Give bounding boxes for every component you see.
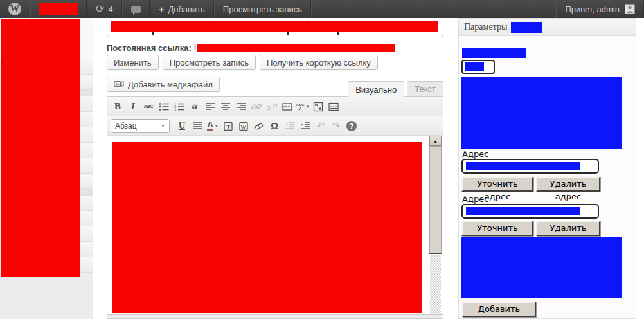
sidebar-menu-item[interactable] <box>80 112 93 127</box>
sidebar-menu-item[interactable] <box>80 242 93 257</box>
editor-content-area[interactable]: т ▲ <box>107 136 443 314</box>
text-color-icon[interactable]: A ▼ <box>206 119 220 133</box>
scrollbar-up-button[interactable]: ▲ <box>429 136 442 146</box>
redacted-post-title <box>111 21 438 32</box>
remove-format-icon[interactable] <box>252 119 266 133</box>
params-panel-header[interactable]: Параметры <box>459 19 636 36</box>
delete-address-button-2[interactable]: Удалить адрес <box>536 221 600 236</box>
paste-as-text-icon[interactable]: T <box>221 119 235 133</box>
updates-refresh-icon: ⟳ <box>96 4 104 14</box>
view-post-label: Просмотреть запись <box>223 5 302 14</box>
link-icon[interactable] <box>249 100 264 114</box>
permalink-row: Постоянная ссылка: h <box>107 42 395 53</box>
redacted-panel-title-suffix <box>511 22 542 33</box>
special-char-icon[interactable]: Ω <box>267 119 282 133</box>
justify-icon[interactable] <box>190 119 204 133</box>
tab-visual[interactable]: Визуально <box>348 81 404 97</box>
undo-icon[interactable]: ↶ <box>314 119 328 133</box>
refine-address-button-1[interactable]: Уточнить адрес <box>461 176 533 192</box>
editor-statusbar <box>107 315 443 319</box>
sidebar-menu-item[interactable] <box>80 211 93 226</box>
svg-text:W: W <box>241 124 246 130</box>
blockquote-icon[interactable]: “ <box>188 100 202 114</box>
sidebar-menu-item[interactable] <box>80 59 93 75</box>
strikethrough-icon[interactable]: ABC <box>141 100 156 114</box>
scrollbar-track[interactable] <box>430 255 441 314</box>
add-address-button[interactable]: Добавить адрес <box>462 302 536 317</box>
avatar <box>625 4 635 14</box>
outdent-icon[interactable] <box>283 119 297 133</box>
updates-menu[interactable]: ⟳ 4 <box>87 0 122 18</box>
editor-tabs: Визуально Текст <box>107 80 443 96</box>
help-icon[interactable]: ? <box>344 119 359 133</box>
edit-permalink-button[interactable]: Изменить <box>107 55 159 70</box>
delete-address-button-1[interactable]: Удалить адрес <box>536 176 600 192</box>
sidebar-menu-item[interactable] <box>80 96 93 112</box>
add-new-menu[interactable]: + Добавить <box>150 0 214 18</box>
spellcheck-icon[interactable]: ABC ✓ ▼ <box>296 100 310 114</box>
redacted-permalink-url <box>197 44 395 52</box>
sidebar-menu-item[interactable] <box>80 174 93 189</box>
address-input-2[interactable] <box>461 204 599 219</box>
italic-icon[interactable]: I <box>126 100 140 114</box>
sidebar-menu-item[interactable] <box>80 158 93 174</box>
redacted-address-value <box>466 207 580 215</box>
sidebar-menu <box>80 59 93 273</box>
redacted-site-name <box>39 3 78 15</box>
post-title-input[interactable] <box>107 19 443 37</box>
editor-toolbar-row-1: B I ABC 1 2 3 <box>107 97 443 116</box>
sidebar-menu-item[interactable] <box>80 196 93 211</box>
comments-menu[interactable] <box>122 0 150 18</box>
sidebar-menu-item[interactable] <box>80 226 93 242</box>
refine-address-button-2[interactable]: Уточнить адрес <box>461 221 533 236</box>
user-icon <box>625 5 634 14</box>
align-left-icon[interactable] <box>203 100 217 114</box>
sidebar-menu-item[interactable] <box>80 127 93 143</box>
chevron-down-icon: ▼ <box>161 123 165 128</box>
redacted-input-value <box>465 62 484 71</box>
paste-from-word-icon[interactable]: W <box>237 119 251 133</box>
bullet-list-icon[interactable] <box>157 100 171 114</box>
chevron-down-icon: ▼ <box>215 124 219 128</box>
more-tag-icon[interactable] <box>280 100 294 114</box>
spellcheck-glyph: ABC ✓ <box>296 103 305 111</box>
view-post-button[interactable]: Просмотреть запись <box>163 55 256 70</box>
wp-logo-menu[interactable]: W <box>0 0 30 18</box>
indent-icon[interactable] <box>298 119 312 133</box>
add-new-label: Добавить <box>168 5 204 14</box>
get-shortlink-button[interactable]: Получить короткую ссылку <box>260 55 378 70</box>
address-input-1[interactable] <box>461 159 599 174</box>
sidebar-menu-separator <box>80 189 93 196</box>
fullscreen-icon[interactable] <box>311 100 325 114</box>
wordpress-admin-screen: W ⟳ 4 + Добавить Просмотреть запись Прив… <box>0 0 644 319</box>
redo-icon[interactable]: ↷ <box>329 119 343 133</box>
sidebar-menu-item[interactable] <box>80 75 93 90</box>
bold-icon[interactable]: B <box>111 100 125 114</box>
site-name-menu[interactable] <box>30 0 87 18</box>
small-number-input[interactable] <box>461 60 495 74</box>
params-panel-title: Параметры <box>464 22 507 32</box>
sidebar-menu-item[interactable] <box>80 257 93 273</box>
scrollbar-thumb[interactable] <box>429 146 442 254</box>
address-label: Адрес <box>462 149 488 159</box>
plus-icon: + <box>159 4 165 15</box>
format-select[interactable]: Абзац ▼ <box>111 119 170 133</box>
underline-icon[interactable]: U <box>175 119 189 133</box>
align-right-icon[interactable] <box>234 100 248 114</box>
permalink-buttons-row: Изменить Просмотреть запись Получить кор… <box>107 55 378 70</box>
align-center-icon[interactable] <box>219 100 233 114</box>
redacted-field-label <box>462 48 526 58</box>
view-post-menu[interactable]: Просмотреть запись <box>214 0 311 18</box>
visual-editor: B I ABC 1 2 3 <box>107 96 443 315</box>
svg-text:3: 3 <box>174 107 176 111</box>
numbered-list-icon[interactable]: 1 2 3 <box>172 100 186 114</box>
unlink-icon[interactable] <box>265 100 279 114</box>
address-label: Адрес <box>462 194 488 204</box>
redacted-map-block <box>461 237 622 298</box>
sidebar-menu-item[interactable] <box>80 143 93 158</box>
redacted-post-content <box>112 142 422 313</box>
account-menu[interactable]: Привет, admin <box>556 0 644 18</box>
redacted-map-block <box>461 77 622 149</box>
tab-text[interactable]: Текст <box>407 81 443 96</box>
kitchen-sink-icon[interactable] <box>326 100 341 114</box>
